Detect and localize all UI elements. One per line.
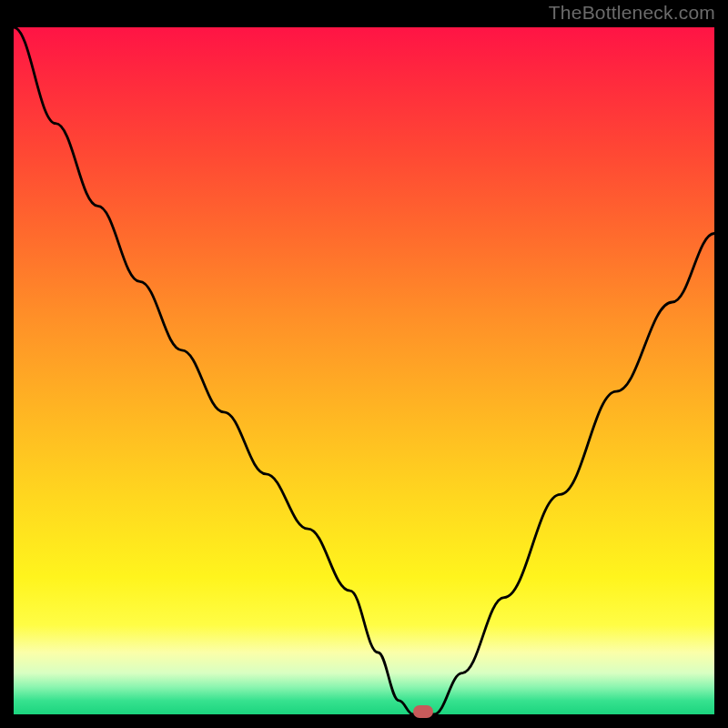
- bottleneck-curve: [14, 27, 714, 714]
- attribution-label: TheBottleneck.com: [549, 2, 715, 24]
- optimal-point-marker: [413, 705, 433, 718]
- chart-frame: TheBottleneck.com: [0, 0, 728, 728]
- plot-area: [14, 27, 714, 714]
- curve-path: [14, 27, 714, 714]
